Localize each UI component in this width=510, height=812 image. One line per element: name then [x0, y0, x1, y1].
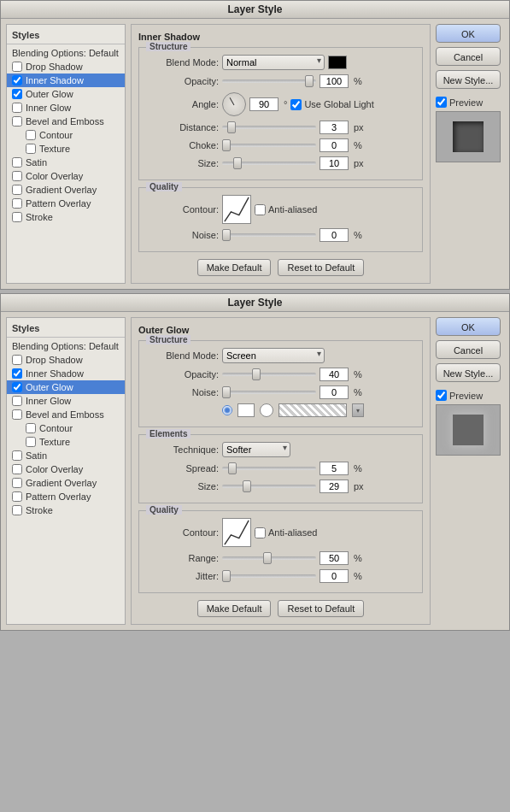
stroke-checkbox[interactable] [12, 212, 22, 222]
noise-thumb-2-struct[interactable] [222, 386, 231, 398]
choke-thumb-1[interactable] [222, 139, 231, 151]
p2-contour-checkbox[interactable] [26, 423, 36, 433]
noise-input-2-struct[interactable] [319, 385, 349, 399]
new-style-btn-2[interactable]: New Style... [436, 363, 501, 382]
blend-mode-select-1[interactable]: Normal Multiply Screen [222, 55, 325, 70]
opacity-input-2[interactable] [319, 368, 349, 381]
distance-input-1[interactable] [319, 121, 349, 134]
sidebar-item-color-overlay[interactable]: Color Overlay [7, 169, 125, 183]
preview-checkbox-label-2[interactable]: Preview [436, 390, 504, 401]
anti-aliased-label-1[interactable]: Anti-aliased [255, 204, 317, 215]
pattern-overlay-checkbox[interactable] [12, 198, 22, 209]
sidebar2-item-pattern-overlay[interactable]: Pattern Overlay [7, 490, 125, 503]
p2-color-overlay-checkbox[interactable] [12, 464, 22, 474]
inner-glow-checkbox[interactable] [12, 103, 22, 113]
distance-thumb-1[interactable] [227, 121, 236, 133]
sidebar-item-satin[interactable]: Satin [7, 156, 125, 169]
sidebar-item-inner-shadow[interactable]: Inner Shadow [7, 74, 125, 87]
contour-preview-2[interactable] [222, 518, 251, 547]
opacity-slider-1[interactable] [222, 79, 316, 83]
sidebar2-item-outer-glow[interactable]: Outer Glow [7, 380, 125, 394]
gradient-arrow-2[interactable]: ▾ [352, 403, 364, 417]
choke-input-1[interactable] [319, 138, 349, 152]
preview-checkbox-2[interactable] [436, 390, 447, 401]
texture-checkbox[interactable] [26, 144, 36, 154]
solid-color-swatch-2[interactable] [237, 403, 255, 417]
outer-glow-checkbox[interactable] [12, 89, 22, 99]
p2-drop-shadow-checkbox[interactable] [12, 355, 22, 365]
p2-texture-checkbox[interactable] [26, 437, 36, 447]
jitter-input-2[interactable] [319, 569, 349, 583]
spread-slider-2[interactable] [222, 467, 316, 470]
preview-checkbox-label-1[interactable]: Preview [436, 97, 504, 108]
inner-shadow-checkbox[interactable] [12, 75, 22, 85]
noise-slider-1[interactable] [222, 233, 316, 237]
new-style-btn-1[interactable]: New Style... [436, 70, 501, 89]
global-light-checkbox-1[interactable] [290, 99, 302, 110]
sidebar2-item-texture[interactable]: Texture [7, 435, 125, 449]
anti-aliased-checkbox-1[interactable] [255, 204, 266, 215]
opacity-thumb-2[interactable] [252, 368, 261, 380]
bevel-emboss-checkbox[interactable] [12, 116, 22, 127]
range-slider-2[interactable] [222, 556, 316, 560]
contour-checkbox[interactable] [26, 130, 36, 140]
distance-slider-1[interactable] [222, 126, 316, 129]
sidebar2-item-gradient-overlay[interactable]: Gradient Overlay [7, 476, 125, 490]
range-input-2[interactable] [319, 551, 349, 565]
size-thumb-2[interactable] [243, 480, 251, 492]
make-default-btn-1[interactable]: Make Default [197, 259, 272, 276]
color-overlay-checkbox[interactable] [12, 171, 22, 181]
sidebar-item-pattern-overlay[interactable]: Pattern Overlay [7, 197, 125, 210]
ok-btn-2[interactable]: OK [436, 317, 501, 336]
size-input-1[interactable] [319, 156, 349, 170]
p2-inner-glow-checkbox[interactable] [12, 396, 22, 406]
sidebar2-item-inner-glow[interactable]: Inner Glow [7, 394, 125, 408]
reset-default-btn-2[interactable]: Reset to Default [278, 600, 364, 617]
p2-satin-checkbox[interactable] [12, 450, 22, 461]
gradient-overlay-checkbox[interactable] [12, 185, 22, 195]
p2-gradient-overlay-checkbox[interactable] [12, 478, 22, 488]
sidebar-item-bevel-emboss[interactable]: Bevel and Emboss [7, 115, 125, 128]
sidebar-item-inner-glow[interactable]: Inner Glow [7, 101, 125, 115]
sidebar2-item-contour[interactable]: Contour [7, 421, 125, 435]
sidebar2-item-bevel-emboss[interactable]: Bevel and Emboss [7, 408, 125, 421]
choke-slider-1[interactable] [222, 144, 316, 147]
gradient-radio-btn[interactable] [260, 403, 273, 417]
noise-slider-2-struct[interactable] [222, 391, 316, 394]
opacity-thumb-1[interactable] [305, 75, 314, 87]
noise-thumb-1[interactable] [222, 229, 231, 241]
sidebar-item-stroke[interactable]: Stroke [7, 210, 125, 224]
global-light-label-1[interactable]: Use Global Light [290, 99, 373, 110]
blend-mode-select-2[interactable]: Screen Normal Multiply [222, 348, 325, 363]
sidebar2-item-color-overlay[interactable]: Color Overlay [7, 462, 125, 476]
make-default-btn-2[interactable]: Make Default [197, 600, 272, 617]
p2-inner-shadow-checkbox[interactable] [12, 368, 22, 379]
gradient-swatch-2[interactable] [278, 403, 347, 417]
contour-preview-1[interactable] [222, 195, 251, 224]
angle-dial-1[interactable] [222, 92, 246, 116]
sidebar2-item-satin[interactable]: Satin [7, 449, 125, 462]
preview-checkbox-1[interactable] [436, 97, 447, 108]
reset-default-btn-1[interactable]: Reset to Default [278, 259, 364, 276]
ok-btn-1[interactable]: OK [436, 24, 501, 43]
sidebar2-item-drop-shadow[interactable]: Drop Shadow [7, 353, 125, 367]
color-swatch-1[interactable] [328, 56, 347, 69]
p2-outer-glow-checkbox[interactable] [12, 382, 22, 392]
sidebar2-item-inner-shadow[interactable]: Inner Shadow [7, 367, 125, 380]
size-thumb-1[interactable] [233, 157, 242, 169]
technique-select-2[interactable]: Softer Precise [222, 442, 290, 457]
jitter-slider-2[interactable] [222, 574, 316, 578]
size-slider-1[interactable] [222, 162, 316, 165]
spread-input-2[interactable] [319, 462, 349, 475]
sidebar-item-contour[interactable]: Contour [7, 128, 125, 142]
anti-aliased-checkbox-2[interactable] [255, 527, 266, 538]
opacity-slider-2[interactable] [222, 373, 316, 376]
anti-aliased-label-2[interactable]: Anti-aliased [255, 527, 317, 538]
sidebar-item-outer-glow[interactable]: Outer Glow [7, 87, 125, 101]
opacity-input-1[interactable] [319, 74, 349, 88]
sidebar-item-drop-shadow[interactable]: Drop Shadow [7, 60, 125, 74]
spread-thumb-2[interactable] [228, 462, 237, 474]
noise-input-1[interactable] [319, 228, 349, 242]
size-input-2[interactable] [319, 480, 349, 493]
sidebar-item-texture[interactable]: Texture [7, 142, 125, 156]
